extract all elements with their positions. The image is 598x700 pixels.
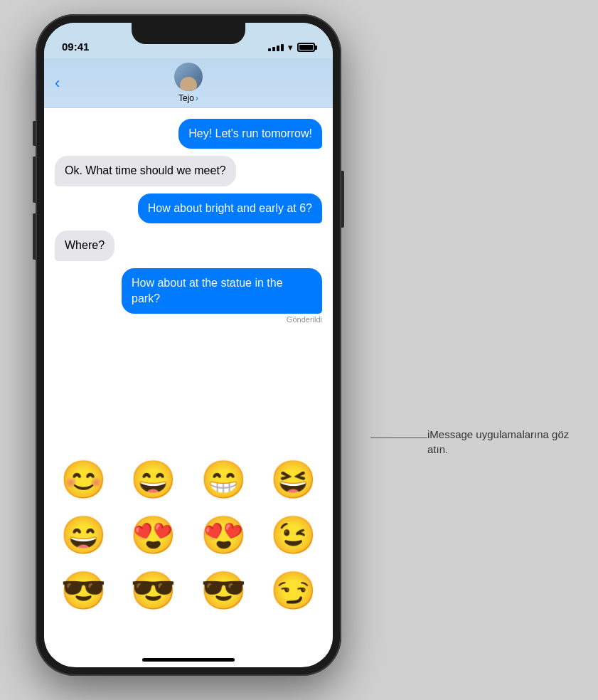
screen: 09:41 ▾ ‹	[44, 23, 333, 667]
callout-text: iMessage uygulamalarına göz atın.	[427, 427, 570, 457]
volume-up-button[interactable]	[33, 157, 36, 203]
chevron-left-icon: ‹	[55, 74, 60, 92]
signal-bar-2	[272, 47, 275, 51]
home-indicator	[142, 658, 235, 662]
signal-bar-1	[268, 48, 271, 51]
message-row-4: Where?	[55, 230, 322, 260]
sent-bubble-1: Hey! Let's run tomorrow!	[178, 119, 322, 149]
message-row-2: Ok. What time should we meet?	[55, 156, 322, 186]
power-button[interactable]	[341, 171, 344, 228]
emoji-9[interactable]: 😎	[51, 566, 116, 615]
emoji-4[interactable]: 😆	[262, 455, 326, 504]
iphone-frame: 09:41 ▾ ‹	[36, 14, 341, 676]
callout: iMessage uygulamalarına göz atın.	[427, 427, 570, 457]
contact-info[interactable]: Tejo ›	[174, 63, 203, 103]
emoji-12[interactable]: 😏	[262, 566, 326, 615]
battery-fill	[299, 45, 313, 50]
sent-bubble-3: How about at the statue in the park?	[122, 268, 322, 314]
signal-bar-3	[277, 46, 279, 51]
status-icons: ▾	[268, 42, 315, 53]
emoji-10[interactable]: 😎	[122, 566, 186, 615]
wifi-icon: ▾	[288, 42, 293, 53]
message-header: ‹ Tejo ›	[44, 58, 333, 108]
emoji-3[interactable]: 😁	[191, 455, 256, 504]
signal-bars	[268, 44, 284, 51]
emoji-11[interactable]: 😎	[191, 566, 256, 615]
message-row-1: Hey! Let's run tomorrow!	[55, 119, 322, 149]
avatar-image	[174, 63, 203, 91]
emoji-5[interactable]: 😄	[51, 510, 116, 560]
scene: 09:41 ▾ ‹	[0, 0, 598, 700]
emoji-2[interactable]: 😄	[122, 455, 186, 504]
contact-chevron-icon: ›	[196, 93, 198, 103]
message-row-5: How about at the statue in the park? Gön…	[55, 268, 322, 324]
avatar-person	[180, 77, 197, 91]
callout-line	[370, 438, 427, 438]
received-bubble-1: Ok. What time should we meet?	[55, 156, 236, 186]
delivered-label: Gönderildi	[287, 315, 322, 324]
battery-icon	[297, 43, 315, 52]
contact-name: Tejo ›	[178, 93, 198, 103]
signal-bar-4	[281, 44, 284, 51]
volume-down-button[interactable]	[33, 213, 36, 260]
avatar	[174, 63, 203, 91]
back-button[interactable]: ‹	[55, 74, 60, 92]
emoji-7[interactable]: 😍	[191, 510, 256, 560]
message-row-3: How about bright and early at 6?	[55, 193, 322, 223]
emoji-8[interactable]: 😉	[262, 510, 326, 560]
notch	[132, 23, 245, 44]
sent-bubble-2: How about bright and early at 6?	[138, 193, 322, 223]
received-bubble-2: Where?	[55, 230, 114, 260]
emoji-panel: 😊 😄 😁 😆 😄 😍 😍 😉 😎 😎 😎 😏	[44, 447, 333, 657]
emoji-6[interactable]: 😍	[122, 510, 186, 560]
emoji-1[interactable]: 😊	[51, 455, 116, 504]
